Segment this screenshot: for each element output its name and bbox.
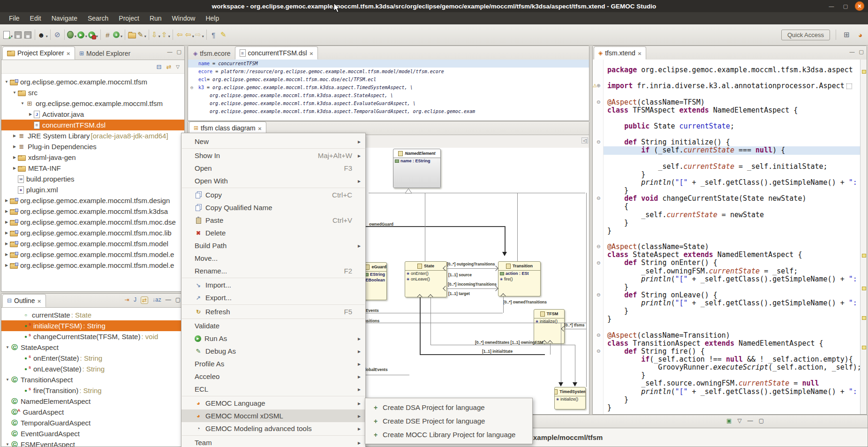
code-line[interactable]: @Aspect(className=State) xyxy=(604,243,860,251)
menu-item[interactable]: Team xyxy=(181,436,365,447)
maximize-view-icon[interactable]: ▢ xyxy=(175,296,181,304)
code-line[interactable]: def String initialize() { xyxy=(604,138,860,146)
expand-arrow-icon[interactable] xyxy=(19,101,26,106)
class-box-state[interactable]: State◉onEnter()◉onLeave() xyxy=(405,261,447,297)
close-icon[interactable] xyxy=(638,49,642,57)
code-line[interactable]: _self.source.owningFSM.currentState = nu… xyxy=(604,379,860,387)
code-line[interactable]: class TransitionAspect extends NamedElem… xyxy=(604,340,860,348)
menu-item[interactable]: Move... xyxy=(181,252,365,265)
maximize-view-icon[interactable]: ▢ xyxy=(759,417,764,424)
close-button[interactable]: ✕ xyxy=(855,1,864,11)
menu-search[interactable]: Search xyxy=(83,12,113,24)
tree-item[interactable]: TransitionAspect xyxy=(1,374,184,385)
code-line[interactable] xyxy=(604,114,860,122)
expand-arrow-icon[interactable] xyxy=(4,442,11,447)
tree-item[interactable]: org.eclipse.gemoc.example.moccml.tfsm.mo… xyxy=(1,217,184,227)
menu-item[interactable]: PasteCtrl+V xyxy=(181,214,365,227)
sort-az-icon[interactable]: ↓az xyxy=(152,296,161,304)
class-box-namedelement[interactable]: NamedElementname : EString xyxy=(393,149,441,188)
close-icon[interactable] xyxy=(67,49,70,57)
focus-icon[interactable]: ⇥ xyxy=(125,296,129,304)
code-line[interactable]: org.eclipse.gemoc.example.moccml.tfsm.k3… xyxy=(188,99,589,107)
fold-marker-icon[interactable]: ⊖ xyxy=(596,139,600,144)
code-line[interactable]: class TFSMAspect extends NamedElementAsp… xyxy=(604,106,860,114)
open-perspective-icon[interactable]: ⊞ xyxy=(842,29,852,41)
tree-item[interactable]: JRE System Library [oracle-java8-jdk-amd… xyxy=(1,130,184,141)
tree-item[interactable]: org.eclipse.gemoc.example.moccml.tfsm xyxy=(1,98,184,109)
tab-model-explorer[interactable]: ⊞ Model Explorer xyxy=(75,47,135,60)
maximize-button[interactable]: ▢ xyxy=(841,1,850,11)
code-line[interactable]: println("[" + _self.getClass().getSimple… xyxy=(604,179,860,187)
code-line[interactable]: println("[" + _self.getClass().getSimple… xyxy=(604,275,860,283)
expand-arrow-icon[interactable] xyxy=(3,209,10,213)
link-editor-icon[interactable]: ⇄ xyxy=(141,296,148,304)
new-wizard-icon[interactable] xyxy=(3,29,13,41)
tree-item[interactable]: Activator.java xyxy=(1,109,184,120)
code-line[interactable]: { xyxy=(604,203,860,211)
menu-window[interactable]: Window xyxy=(167,12,201,24)
tree-item[interactable]: sfire(Transition) : String xyxy=(1,385,184,396)
user-icon[interactable]: ☻ xyxy=(37,29,48,41)
minimize-view-icon[interactable]: — xyxy=(747,417,753,424)
tree-item[interactable]: sinitialize(TFSM) : String xyxy=(1,320,184,331)
annotation-mark[interactable] xyxy=(862,254,866,258)
menu-item[interactable]: Export... xyxy=(181,291,365,304)
tree-item[interactable]: plugin.xml xyxy=(1,184,184,195)
menu-edit[interactable]: Edit xyxy=(25,12,46,24)
code-line[interactable] xyxy=(604,324,860,332)
xtend-code-area[interactable]: package org.eclipse.gemoc.example.moccml… xyxy=(604,60,860,414)
fold-marker-icon[interactable]: ⊖ xyxy=(596,292,600,297)
next-annotation-icon[interactable]: ⇩ xyxy=(151,29,161,41)
run-icon[interactable] xyxy=(77,29,88,41)
tree-item[interactable]: org.eclipse.gemoc.example.moccml.tfsm.mo… xyxy=(1,227,184,238)
tree-item[interactable]: concurrentTFSM.dsl xyxy=(1,120,184,130)
menu-item[interactable]: ECL xyxy=(181,383,365,395)
menu-item[interactable]: RefreshF5 xyxy=(181,305,365,318)
link-editor-icon[interactable]: ⇄ xyxy=(166,63,171,70)
tree-item[interactable]: org.eclipse.gemoc.example.moccml.tfsm.mo… xyxy=(1,260,184,271)
tree-item[interactable]: xdsml-java-gen xyxy=(1,152,184,163)
code-line[interactable]: def String onEnter() { xyxy=(604,259,860,267)
menu-item[interactable]: Copy Qualified Name xyxy=(181,201,365,214)
menu-item[interactable]: GEMOC Language xyxy=(181,397,365,409)
code-line[interactable] xyxy=(604,74,860,82)
tree-item[interactable]: FSMEventAspect xyxy=(1,439,184,447)
collapse-all-icon[interactable]: ⊟ xyxy=(156,63,161,70)
fold-marker-icon[interactable]: ⊖ xyxy=(596,244,600,249)
close-icon[interactable] xyxy=(309,49,313,57)
detach-view-icon[interactable]: ▣ xyxy=(726,417,732,424)
mark-occurrences-icon[interactable]: ✎ xyxy=(219,29,228,41)
tree-item[interactable]: AGuardAspect xyxy=(1,407,184,417)
close-icon[interactable] xyxy=(37,297,41,304)
fold-marker-icon[interactable]: ⊕ xyxy=(596,83,600,88)
tree-item[interactable]: org.eclipse.gemoc.example.moccml.tfsm xyxy=(1,76,184,87)
gemoc-perspective-icon[interactable]: ◕ xyxy=(855,29,865,41)
menu-item[interactable]: Rename...F2 xyxy=(181,265,365,277)
fold-marker-icon[interactable]: ⊖ xyxy=(596,196,600,201)
fold-marker-icon[interactable]: ⊖ xyxy=(190,83,193,91)
tree-item[interactable]: org.eclipse.gemoc.example.moccml.tfsm.mo… xyxy=(1,238,184,249)
open-type-icon[interactable] xyxy=(127,29,137,41)
tree-item[interactable]: StateAspect xyxy=(1,342,184,353)
menu-item[interactable]: Create DSE Project for language xyxy=(365,414,532,428)
code-line[interactable]: if(_self.action !== null && ! _self.acti… xyxy=(604,356,860,364)
expand-arrow-icon[interactable] xyxy=(11,91,18,95)
maximize-view-icon[interactable]: ▢ xyxy=(177,49,181,55)
prev-annotation-icon[interactable]: ⇧ xyxy=(161,29,171,41)
tab-concurrenttfsm-dsl[interactable]: concurrentTFSM.dsl xyxy=(235,46,318,60)
annotation-mark[interactable] xyxy=(862,316,866,320)
code-line[interactable]: k3 = org.eclipse.gemoc.example.moccml.tf… xyxy=(188,83,589,91)
minimize-button[interactable]: — xyxy=(827,1,836,11)
code-line[interactable]: package org.eclipse.gemoc.example.moccml… xyxy=(604,66,860,74)
view-menu-icon[interactable]: ▽ xyxy=(737,417,741,424)
menu-file[interactable]: File xyxy=(4,12,25,24)
quick-access[interactable]: Quick Access xyxy=(781,30,830,40)
expand-arrow-icon[interactable] xyxy=(3,252,10,257)
code-line[interactable] xyxy=(604,130,860,138)
forward-icon[interactable]: ⇨ xyxy=(195,29,204,41)
menu-item[interactable]: GEMOC Modeling advanced tools xyxy=(181,422,365,435)
expand-arrow-icon[interactable] xyxy=(11,134,18,138)
tree-item[interactable]: Plug-in Dependencies xyxy=(1,141,184,152)
expand-arrow-icon[interactable] xyxy=(3,220,10,224)
tree-item[interactable]: TemporalGuardAspect xyxy=(1,417,184,428)
